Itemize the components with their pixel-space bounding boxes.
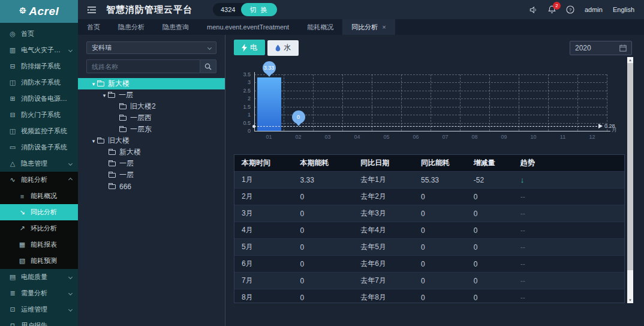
energy-toggle-label: 电 (250, 43, 257, 53)
sidebar-item-power-quality[interactable]: ▤电能质量 (0, 269, 78, 285)
tree-node[interactable]: 一层东 (78, 124, 225, 135)
sidebar-item-home[interactable]: ◎首页 (0, 26, 78, 42)
video-icon: ◫ (8, 127, 17, 135)
energy-toggle-water[interactable]: 水 (267, 40, 299, 56)
brand-logo-text: Acrel (29, 5, 59, 18)
tab-yoy-analysis[interactable]: 同比分析× (342, 19, 395, 35)
folder-icon (109, 161, 116, 166)
switch-button[interactable]: 切 换 (241, 3, 276, 16)
table-row[interactable]: 4月0去年4月00-- (234, 222, 624, 238)
scrollbar-thumb[interactable] (627, 63, 633, 270)
sidebar-item-label: 消防设备子系统 (21, 143, 72, 152)
table-cell: 5月 (234, 242, 293, 252)
tab-home[interactable]: 首页 (78, 19, 109, 35)
table-cell: 4月 (234, 225, 293, 235)
line-search-input[interactable] (86, 59, 200, 73)
tree-expand-caret-icon[interactable]: ▾ (101, 92, 108, 98)
sidebar-item-user-report[interactable]: ⊓用户报告 (0, 318, 78, 326)
tree-node[interactable]: ▾新大楼 (78, 78, 225, 89)
help-icon[interactable]: ? (566, 5, 574, 14)
year-picker[interactable] (570, 41, 632, 55)
tree-node[interactable]: 新大楼 (78, 146, 225, 158)
line-search (86, 59, 216, 73)
table-cell: 6月 (234, 259, 293, 269)
tree-node-label: 一层 (119, 90, 133, 100)
x-axis-tick-label: 08 (463, 134, 487, 140)
tab-close-icon[interactable]: × (382, 23, 386, 31)
sidebar-item-electrical-fire[interactable]: ▥电气火灾子系统 (0, 42, 78, 58)
sidebar-item-demand-analysis[interactable]: ≣需量分析 (0, 285, 78, 301)
sidebar-item-mom-analysis[interactable]: ↗环比分析 (0, 220, 78, 237)
chart-gridline (284, 74, 284, 131)
sidebar-item-energy-forecast[interactable]: ▧能耗预测 (0, 253, 78, 269)
tree-node[interactable]: 一层 (78, 169, 225, 181)
table-cell: 0 (467, 243, 513, 252)
table-row[interactable]: 2月0去年2月00-- (234, 188, 624, 205)
tab-event-treatment[interactable]: menu.event.eventTreatment (198, 19, 298, 35)
collapse-menu-icon[interactable] (88, 6, 97, 14)
sidebar-item-fire-water[interactable]: ◫消防水子系统 (0, 74, 78, 91)
sidebar-item-label: 同比分析 (31, 208, 72, 217)
table-cell: 0 (414, 243, 467, 252)
trend-flat-icon: -- (513, 226, 624, 235)
sidebar-item-energy-report[interactable]: ▦能耗报表 (0, 237, 78, 253)
table-cell: 0 (414, 226, 467, 235)
table-cell: 3.33 (293, 176, 354, 184)
tab-hazard-query[interactable]: 隐患查询 (154, 19, 198, 35)
table-row[interactable]: 3月0去年3月00-- (234, 205, 624, 222)
tab-energy-overview[interactable]: 能耗概况 (298, 19, 342, 35)
sidebar-item-fire-door[interactable]: ⊟防火门子系统 (0, 107, 78, 123)
notification-bell-icon[interactable]: 2 (548, 5, 556, 14)
scroll-up-arrow[interactable]: ▲ (627, 57, 633, 63)
table-row[interactable]: 6月0去年6月00-- (234, 255, 624, 272)
y-axis-tick-label: 3 (234, 79, 251, 85)
vertical-scrollbar[interactable]: ▲ ▼ (627, 57, 633, 303)
table-cell: 55.33 (414, 176, 467, 184)
lightning-icon (242, 44, 247, 52)
tree-node[interactable]: 一层 (78, 158, 225, 169)
energy-toggle-electricity[interactable]: 电 (234, 40, 265, 55)
table-cell: 0 (293, 294, 354, 302)
tree-node[interactable]: 666 (78, 181, 225, 192)
sidebar-item-video-monitor[interactable]: ◫视频监控子系统 (0, 123, 78, 139)
trend-down-arrow-icon: ↓ (513, 175, 624, 184)
table-row[interactable]: 8月0去年8月00-- (234, 289, 624, 303)
project-count-badge: 4324 (221, 6, 235, 13)
language-switch[interactable]: English (613, 6, 634, 13)
sidebar-item-hazard-mgmt[interactable]: △隐患管理 (0, 155, 78, 172)
sidebar-item-energy-overview[interactable]: ≡能耗概况 (0, 188, 78, 204)
tree-expand-caret-icon[interactable]: ▾ (90, 81, 97, 87)
x-axis-tick-label: 09 (492, 134, 516, 140)
sound-icon[interactable] (529, 6, 538, 14)
table-row[interactable]: 7月0去年7月00-- (234, 272, 624, 289)
x-axis-tick-label: 12 (580, 134, 604, 140)
table-row[interactable]: 5月0去年5月00-- (234, 238, 624, 255)
table-header-row: 本期时间本期能耗同比日期同比能耗增减量趋势 (234, 155, 624, 171)
table-cell: 去年8月 (353, 292, 414, 303)
sidebar-item-label: 能耗概况 (31, 192, 72, 201)
sidebar-item-equipment-power[interactable]: ⊞消防设备电源子系统 (0, 91, 78, 107)
sidebar-item-fire-equipment[interactable]: ▭消防设备子系统 (0, 139, 78, 155)
scroll-down-arrow[interactable]: ▼ (627, 297, 633, 303)
energy-toggle-label: 水 (284, 43, 291, 53)
organization-select[interactable]: 安科瑞 (86, 41, 216, 54)
search-button[interactable] (200, 59, 216, 73)
tab-hazard-analysis[interactable]: 隐患分析 (109, 19, 154, 35)
tree-node[interactable]: ▾旧大楼 (78, 135, 225, 146)
tree-node[interactable]: 一层西 (78, 112, 225, 124)
tree-expand-caret-icon[interactable]: ▾ (90, 138, 97, 144)
sidebar-item-smoke-control[interactable]: ⊟防排烟子系统 (0, 58, 78, 74)
user-menu[interactable]: admin (585, 6, 603, 13)
sidebar-item-ops-mgmt[interactable]: ⊡运维管理 (0, 301, 78, 318)
year-input[interactable] (575, 44, 619, 52)
tab-label: menu.event.eventTreatment (207, 23, 289, 31)
mark-line-value-label: 0.28 (604, 123, 615, 129)
sidebar-item-energy-analysis[interactable]: ∿能耗分析 (0, 172, 78, 188)
sidebar-item-label: 能耗分析 (21, 175, 67, 184)
chart-gridline (313, 74, 314, 131)
tab-label: 首页 (87, 23, 100, 32)
table-row[interactable]: 1月3.33去年1月55.33-52↓ (234, 171, 624, 188)
tree-node[interactable]: 旧大楼2 (78, 101, 225, 112)
tree-node[interactable]: ▾一层 (78, 89, 225, 101)
sidebar-item-yoy-analysis[interactable]: ↘同比分析 (0, 204, 78, 220)
